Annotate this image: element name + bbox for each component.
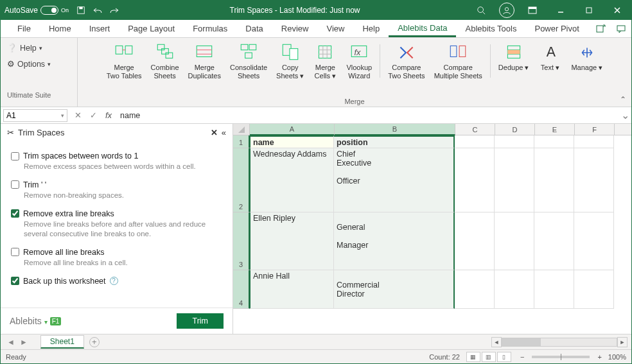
ribbon-btn-merge-2[interactable]: MergeDuplicates: [184, 40, 225, 82]
zoom-out-icon[interactable]: −: [518, 353, 527, 361]
cell-d3[interactable]: [495, 212, 534, 270]
ribbon-btn-consolidate-3[interactable]: ConsolidateSheets: [226, 40, 271, 82]
ribbon-display-icon[interactable]: [518, 1, 547, 20]
sheet-tab-1[interactable]: Sheet1: [40, 335, 84, 349]
cell-b2[interactable]: Chief Executive Officer: [334, 148, 455, 212]
pane-option-checkbox-3[interactable]: Remove all line breaks: [11, 248, 222, 257]
cell-f1[interactable]: [574, 135, 614, 148]
f1-badge[interactable]: F1: [50, 317, 62, 325]
ribbon-options-link[interactable]: ⚙ Options▾: [7, 59, 71, 69]
tab-nav-next-icon[interactable]: ►: [20, 338, 28, 347]
formula-expand-icon[interactable]: ⌄: [619, 109, 631, 121]
scroll-right-icon[interactable]: ►: [617, 337, 628, 347]
menu-formulas[interactable]: Formulas: [184, 20, 236, 37]
cell-a1[interactable]: name: [249, 135, 334, 148]
name-box[interactable]: A1▾: [3, 109, 67, 122]
cell-e4[interactable]: [534, 270, 574, 309]
cell-e2[interactable]: [534, 148, 574, 212]
menu-ablebits-tools[interactable]: Ablebits Tools: [456, 20, 525, 37]
add-sheet-icon[interactable]: +: [89, 337, 100, 347]
pane-option-checkbox-1[interactable]: Trim ' ': [11, 180, 222, 189]
cell-e3[interactable]: [534, 212, 574, 270]
save-icon[interactable]: [74, 3, 88, 17]
cell-c4[interactable]: [455, 270, 495, 309]
cell-f4[interactable]: [574, 270, 614, 309]
ribbon-btn-merge-5[interactable]: MergeCells ▾: [309, 40, 341, 82]
pane-collapse-icon[interactable]: «: [222, 128, 226, 137]
formula-input[interactable]: [116, 107, 619, 123]
view-normal-icon[interactable]: ▦: [466, 352, 480, 362]
pane-close-icon[interactable]: ✕: [211, 128, 218, 137]
comments-icon[interactable]: [611, 20, 631, 38]
ribbon-btn-vlookup-6[interactable]: fxVlookupWizard: [342, 40, 376, 82]
select-all-corner[interactable]: [233, 124, 250, 135]
close-button[interactable]: [603, 1, 631, 20]
col-header-d[interactable]: D: [495, 124, 535, 135]
menu-help[interactable]: Help: [353, 20, 389, 37]
menu-power-pivot[interactable]: Power Pivot: [525, 20, 588, 37]
ribbon-btn-compare-8[interactable]: CompareMultiple Sheets: [430, 40, 486, 82]
trim-button[interactable]: Trim: [177, 313, 224, 329]
menu-insert[interactable]: Insert: [80, 20, 119, 37]
menu-page-layout[interactable]: Page Layout: [119, 20, 184, 37]
cell-b4[interactable]: Commercial Director: [334, 270, 455, 309]
menu-view[interactable]: View: [317, 20, 353, 37]
cell-b3[interactable]: General Manager: [334, 212, 455, 270]
tab-nav-prev-icon[interactable]: ◄: [7, 338, 15, 347]
pane-option-checkbox-0[interactable]: Trim spaces between words to 1: [11, 152, 222, 160]
help-hint-icon[interactable]: ?: [110, 277, 118, 285]
menu-data[interactable]: Data: [236, 20, 272, 37]
undo-icon[interactable]: [91, 3, 105, 17]
ribbon-help-link[interactable]: ❔ Help▾: [7, 43, 71, 53]
menu-ablebits-data[interactable]: Ablebits Data: [389, 20, 456, 37]
row-header-2[interactable]: 2: [233, 148, 250, 212]
col-header-b[interactable]: B: [335, 124, 455, 135]
document-title[interactable]: Trim Spaces - Last Modified: Just now: [123, 6, 467, 15]
share-icon[interactable]: [590, 20, 611, 38]
col-header-e[interactable]: E: [535, 124, 575, 135]
scroll-left-icon[interactable]: ◄: [491, 337, 502, 347]
redo-icon[interactable]: [107, 3, 121, 17]
col-header-f[interactable]: F: [575, 124, 615, 135]
cell-c1[interactable]: [455, 135, 495, 148]
enter-formula-icon[interactable]: ✓: [85, 110, 101, 120]
zoom-level[interactable]: 100%: [608, 353, 626, 361]
horizontal-scrollbar[interactable]: [502, 338, 617, 347]
cell-b1[interactable]: position: [334, 135, 455, 148]
search-icon[interactable]: [467, 1, 495, 20]
ribbon-collapse-icon[interactable]: ⌃: [620, 95, 626, 104]
zoom-slider[interactable]: [532, 356, 590, 358]
ribbon-btn-dedupe-9[interactable]: Dedupe ▾: [495, 40, 533, 82]
account-avatar-icon[interactable]: [499, 3, 514, 18]
pane-option-checkbox-4[interactable]: Back up this worksheet ?: [11, 277, 222, 286]
cell-d4[interactable]: [495, 270, 534, 309]
col-header-c[interactable]: C: [455, 124, 495, 135]
spreadsheet-grid[interactable]: A B C D E F 1nameposition2Wednesday Adda…: [233, 124, 631, 334]
menu-file[interactable]: File: [8, 20, 40, 37]
ribbon-btn-combine-1[interactable]: CombineSheets: [147, 40, 183, 82]
ribbon-btn-text-10[interactable]: AText ▾: [534, 40, 566, 82]
pane-option-checkbox-2[interactable]: Remove extra line breaks: [11, 209, 222, 218]
row-header-1[interactable]: 1: [233, 135, 250, 148]
maximize-button[interactable]: [575, 1, 603, 20]
row-header-3[interactable]: 3: [233, 212, 250, 270]
menu-home[interactable]: Home: [40, 20, 80, 37]
cell-a4[interactable]: Annie Hall: [249, 270, 334, 309]
cell-f2[interactable]: [574, 148, 614, 212]
cell-c3[interactable]: [455, 212, 495, 270]
cell-e1[interactable]: [534, 135, 574, 148]
cell-a3[interactable]: Ellen Ripley: [249, 212, 334, 270]
ribbon-btn-copy-4[interactable]: CopySheets ▾: [272, 40, 308, 82]
minimize-button[interactable]: [547, 1, 575, 20]
fx-icon[interactable]: fx: [101, 110, 116, 120]
cell-d1[interactable]: [495, 135, 534, 148]
cell-f3[interactable]: [574, 212, 614, 270]
cell-d2[interactable]: [495, 148, 534, 212]
menu-review[interactable]: Review: [272, 20, 318, 37]
col-header-a[interactable]: A: [250, 124, 335, 135]
row-header-4[interactable]: 4: [233, 270, 250, 309]
ablebits-logo[interactable]: Ablebits ▾: [10, 316, 48, 326]
view-page-layout-icon[interactable]: ▥: [482, 352, 496, 362]
autosave-toggle[interactable]: AutoSave On: [1, 6, 73, 15]
view-page-break-icon[interactable]: ▯: [497, 352, 511, 362]
